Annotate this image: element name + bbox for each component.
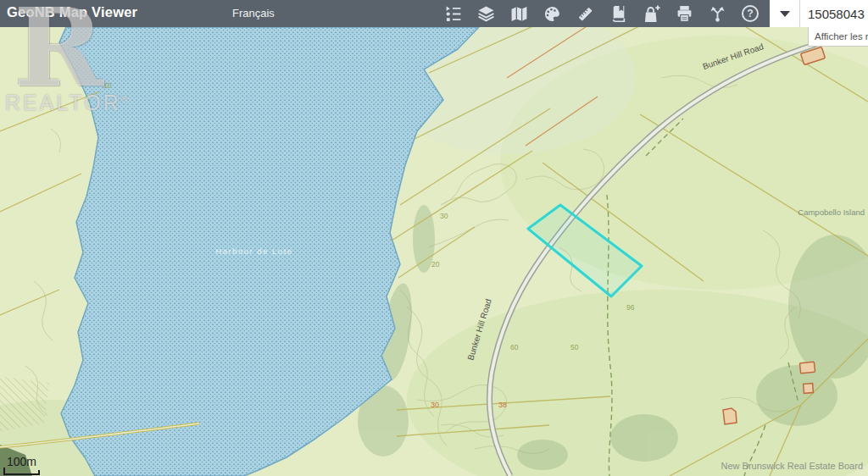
contour-label: 20 — [431, 260, 440, 268]
toolbar-buttons: ? — [442, 0, 794, 27]
bookmarks-icon — [609, 5, 627, 23]
draw-button[interactable] — [541, 2, 563, 25]
lot-label: 30 — [431, 401, 439, 409]
share-button[interactable] — [706, 2, 728, 25]
layers-icon — [477, 5, 495, 23]
map-svg: Harbour de Lute Bunker Hill Road Bunker … — [0, 27, 868, 476]
add-data-button[interactable] — [640, 2, 662, 25]
palette-icon — [543, 5, 561, 23]
measure-button[interactable] — [574, 2, 596, 25]
contour-label: 10 — [103, 81, 112, 90]
bookmarks-button[interactable] — [607, 2, 629, 25]
layers-button[interactable] — [475, 2, 497, 25]
help-icon: ? — [741, 4, 760, 23]
contour-label: 30 — [440, 212, 448, 220]
map-canvas[interactable]: Harbour de Lute Bunker Hill Road Bunker … — [0, 27, 868, 476]
lot-label: 38 — [498, 401, 507, 409]
search-input[interactable] — [799, 0, 868, 27]
contour-label: 60 — [510, 343, 519, 351]
marsh-hatch-area — [0, 376, 49, 432]
lake-name-label: Harbour de Lute — [215, 246, 292, 256]
print-button[interactable] — [673, 2, 695, 25]
building-symbol — [723, 408, 737, 424]
share-icon — [709, 5, 726, 23]
legend-button[interactable] — [442, 2, 464, 25]
attribution-label: New Brunswick Real Estate Board — [721, 461, 863, 471]
basemap-button[interactable] — [508, 2, 530, 25]
toolbar: GeoNB Map Viewer Français — [0, 0, 868, 27]
scale-text: 100m — [7, 455, 36, 468]
legend-icon — [444, 5, 462, 23]
print-icon — [676, 5, 693, 23]
building-symbol — [804, 384, 814, 394]
building-symbol — [799, 362, 815, 374]
island-name-label: Campobello Island — [798, 208, 865, 217]
basemap-icon — [510, 5, 528, 23]
contour-label: 50 — [570, 343, 579, 351]
search-suggestion-item[interactable]: Afficher les r — [808, 27, 868, 47]
dropdown-arrow-icon — [780, 11, 790, 17]
search-dropdown-button[interactable] — [770, 0, 799, 27]
help-glyph: ? — [747, 8, 753, 19]
contour-label: 96 — [626, 303, 635, 312]
geonb-map-viewer-window: GeoNB Map Viewer Français — [0, 0, 868, 476]
add-data-icon — [643, 5, 660, 23]
language-toggle-link[interactable]: Français — [232, 7, 275, 19]
help-button[interactable]: ? — [739, 2, 761, 25]
app-title: GeoNB Map Viewer — [7, 4, 137, 20]
ruler-icon — [576, 5, 594, 23]
